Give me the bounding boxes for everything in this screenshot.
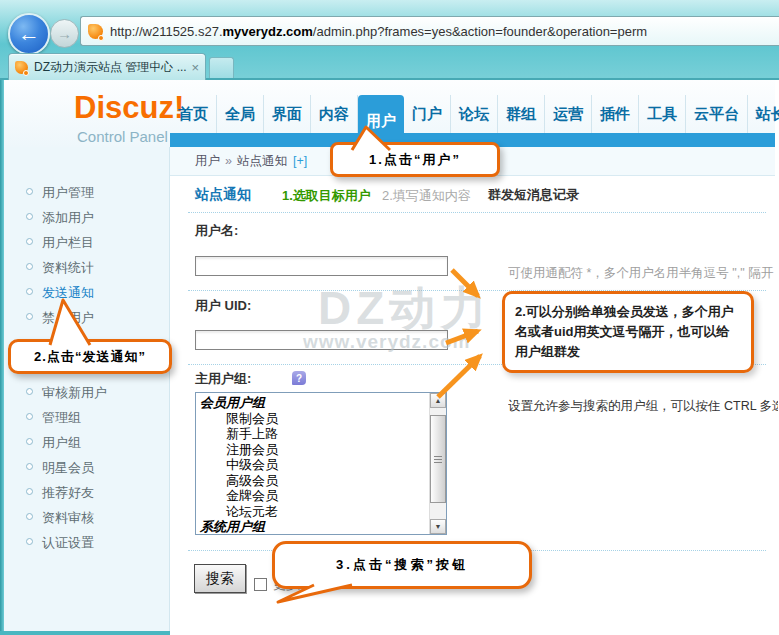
search-button[interactable]: 搜索: [194, 564, 246, 593]
tab-title: DZ动力演示站点 管理中心 ...: [34, 59, 187, 76]
usergroup-option-高级会员[interactable]: 高级会员: [200, 473, 428, 489]
breadcrumb-page: 站点通知: [237, 153, 287, 170]
nav-tab-群组[interactable]: 群组: [498, 95, 545, 133]
callout-step3: 3.点击“搜索”按钮: [272, 541, 532, 589]
nav-tab-云平台[interactable]: 云平台: [686, 95, 748, 133]
sidebar-list-bottom: 审核新用户管理组用户组明星会员推荐好友资料审核认证设置: [4, 380, 169, 555]
usergroup-option-中级会员[interactable]: 中级会员: [200, 457, 428, 473]
nav-tab-门户[interactable]: 门户: [404, 95, 451, 133]
usergroup-header-系统用户组: 系统用户组: [200, 519, 428, 535]
sidebar-item-资料统计[interactable]: 资料统计: [4, 255, 169, 280]
mass-message-records-link[interactable]: 群发短消息记录: [488, 186, 579, 204]
usergroup-option-限制会员[interactable]: 限制会员: [200, 411, 428, 427]
url-text: http://w211525.s27.myverydz.com/admin.ph…: [110, 24, 647, 39]
breadcrumb-expand-link[interactable]: [+]: [293, 154, 307, 168]
sidebar-item-管理组[interactable]: 管理组: [4, 405, 169, 430]
sidebar-item-推荐好友[interactable]: 推荐好友: [4, 480, 169, 505]
usergroup-listbox-options: 会员用户组限制会员新手上路注册会员中级会员高级会员金牌会员论坛元老系统用户组管理…: [196, 393, 446, 535]
nav-tab-首页[interactable]: 首页: [170, 95, 217, 133]
sidebar-item-用户组[interactable]: 用户组: [4, 430, 169, 455]
url-domain: myverydz.com: [223, 24, 313, 39]
scroll-up-icon[interactable]: ▲: [430, 393, 446, 408]
arrow-to-info-1: [452, 270, 478, 296]
wizard-step-2[interactable]: 2.填写通知内容: [382, 187, 471, 205]
callout-step1: 1.点击“用户”: [330, 142, 500, 177]
usergroup-option-管理员[interactable]: 管理员: [200, 535, 428, 536]
tab-close-icon[interactable]: ×: [191, 61, 199, 74]
nav-tab-工具[interactable]: 工具: [639, 95, 686, 133]
nav-tab-论坛[interactable]: 论坛: [451, 95, 498, 133]
callout-info: 2.可以分别给单独会员发送，多个用户名或者uid用英文逗号隔开，也可以给用户组群…: [502, 291, 754, 373]
browser-tab[interactable]: DZ动力演示站点 管理中心 ... ×: [8, 53, 206, 80]
forward-button[interactable]: →: [50, 19, 79, 48]
usergroup-option-金牌会员[interactable]: 金牌会员: [200, 488, 428, 504]
sidebar-item-用户栏目[interactable]: 用户栏目: [4, 230, 169, 255]
sidebar-item-用户管理[interactable]: 用户管理: [4, 180, 169, 205]
breadcrumb-section: 用户: [195, 153, 220, 170]
scrollbar-thumb[interactable]: [430, 415, 446, 503]
discuz-logo: Discuz!: [74, 90, 184, 126]
nav-tab-界面[interactable]: 界面: [264, 95, 311, 133]
usergroup-hint: 设置允许参与搜索的用户组，可以按住 CTRL 多选: [508, 398, 778, 415]
nav-tab-运营[interactable]: 运营: [545, 95, 592, 133]
nav-tab-内容[interactable]: 内容: [311, 95, 358, 133]
usergroup-option-新手上路[interactable]: 新手上路: [200, 426, 428, 442]
divider: [188, 212, 766, 213]
scrollbar-grip: [434, 456, 442, 457]
sidebar-item-添加用户[interactable]: 添加用户: [4, 205, 169, 230]
nav-tab-站长[interactable]: 站长: [748, 95, 779, 133]
username-label: 用户名:: [195, 222, 238, 240]
sidebar: 用户管理添加用户用户栏目资料统计发送通知禁止用户 审核新用户管理组用户组明星会员…: [4, 147, 170, 631]
scroll-down-icon[interactable]: ▼: [430, 519, 446, 534]
sidebar-item-认证设置[interactable]: 认证设置: [4, 530, 169, 555]
site-favicon-icon: [88, 24, 103, 39]
sidebar-item-审核新用户[interactable]: 审核新用户: [4, 380, 169, 405]
sidebar-item-发送通知[interactable]: 发送通知: [4, 280, 169, 305]
back-arrow-icon: ←: [18, 23, 40, 45]
sidebar-item-禁止用户[interactable]: 禁止用户: [4, 305, 169, 330]
usergroup-header-会员用户组: 会员用户组: [200, 395, 428, 411]
page-title: 站点通知: [195, 186, 251, 204]
sidebar-item-资料审核[interactable]: 资料审核: [4, 505, 169, 530]
callout-step2: 2.点击“发送通知”: [8, 339, 172, 374]
breadcrumb-separator: »: [225, 154, 232, 168]
usergroup-option-论坛元老[interactable]: 论坛元老: [200, 504, 428, 520]
usergroup-listbox[interactable]: 会员用户组限制会员新手上路注册会员中级会员高级会员金牌会员论坛元老系统用户组管理…: [195, 392, 447, 535]
uid-label: 用户 UID:: [195, 297, 251, 315]
arrow-to-info-2: [446, 331, 478, 343]
uid-input[interactable]: [195, 330, 448, 350]
browser-window: ← → http://w211525.s27.myverydz.com/admi…: [0, 0, 779, 635]
listbox-scrollbar[interactable]: ▲ ▼: [429, 393, 446, 534]
username-input[interactable]: [195, 256, 448, 276]
wizard-step-1[interactable]: 1.选取目标用户: [282, 187, 371, 205]
nav-tab-全局[interactable]: 全局: [217, 95, 264, 133]
more-options-checkbox[interactable]: [254, 578, 267, 591]
help-icon[interactable]: ?: [292, 371, 306, 385]
usergroup-label: 主用户组:: [195, 370, 251, 388]
username-hint: 可使用通配符 *，多个用户名用半角逗号 "," 隔开: [508, 265, 778, 282]
forward-arrow-icon: →: [57, 26, 72, 41]
control-panel-label: Control Panel: [77, 128, 168, 145]
usergroup-option-注册会员[interactable]: 注册会员: [200, 442, 428, 458]
arrow-to-info-3: [438, 356, 480, 397]
tab-favicon-icon: [15, 61, 28, 74]
new-tab-button[interactable]: [209, 57, 234, 78]
back-button[interactable]: ←: [8, 13, 50, 55]
nav-tab-插件[interactable]: 插件: [592, 95, 639, 133]
sidebar-item-明星会员[interactable]: 明星会员: [4, 455, 169, 480]
sidebar-list-top: 用户管理添加用户用户栏目资料统计发送通知禁止用户: [4, 180, 169, 330]
window-frame-bottom: [0, 631, 170, 635]
address-bar[interactable]: http://w211525.s27.myverydz.com/admin.ph…: [80, 16, 779, 46]
